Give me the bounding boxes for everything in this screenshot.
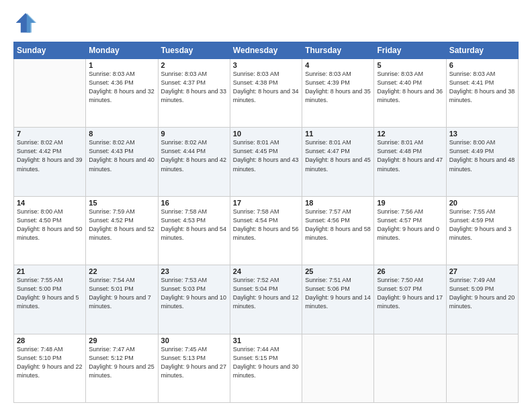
day-info: Sunrise: 7:47 AM Sunset: 5:12 PM Dayligh…	[89, 345, 154, 380]
day-info: Sunrise: 7:44 AM Sunset: 5:15 PM Dayligh…	[233, 345, 299, 380]
day-number: 18	[305, 199, 371, 207]
day-number: 19	[377, 199, 443, 207]
day-info: Sunrise: 7:59 AM Sunset: 4:52 PM Dayligh…	[89, 208, 154, 242]
day-cell: 23Sunrise: 7:53 AM Sunset: 5:03 PM Dayli…	[158, 265, 230, 334]
logo	[13, 11, 40, 35]
day-cell: 19Sunrise: 7:56 AM Sunset: 4:57 PM Dayli…	[374, 196, 446, 265]
day-info: Sunrise: 8:03 AM Sunset: 4:36 PM Dayligh…	[89, 70, 154, 105]
day-number: 15	[89, 199, 154, 207]
header	[13, 11, 519, 35]
day-number: 23	[161, 267, 227, 275]
weekday-header-sunday: Sunday	[14, 42, 86, 59]
day-info: Sunrise: 7:57 AM Sunset: 4:56 PM Dayligh…	[305, 208, 371, 242]
day-number: 17	[233, 199, 299, 207]
day-cell: 7Sunrise: 8:02 AM Sunset: 4:42 PM Daylig…	[14, 128, 86, 196]
day-info: Sunrise: 8:02 AM Sunset: 4:44 PM Dayligh…	[161, 138, 227, 173]
day-cell: 12Sunrise: 8:01 AM Sunset: 4:48 PM Dayli…	[374, 128, 446, 196]
day-cell: 5Sunrise: 8:03 AM Sunset: 4:40 PM Daylig…	[374, 59, 446, 128]
day-number: 24	[233, 267, 299, 275]
day-info: Sunrise: 8:01 AM Sunset: 4:47 PM Dayligh…	[305, 138, 371, 173]
day-info: Sunrise: 7:45 AM Sunset: 5:13 PM Dayligh…	[161, 345, 227, 380]
day-number: 12	[377, 130, 443, 138]
weekday-header-tuesday: Tuesday	[158, 42, 230, 59]
week-row-2: 14Sunrise: 8:00 AM Sunset: 4:50 PM Dayli…	[14, 196, 519, 265]
day-info: Sunrise: 8:03 AM Sunset: 4:38 PM Dayligh…	[233, 70, 299, 105]
day-cell: 30Sunrise: 7:45 AM Sunset: 5:13 PM Dayli…	[158, 334, 230, 402]
day-info: Sunrise: 7:58 AM Sunset: 4:53 PM Dayligh…	[161, 208, 227, 242]
day-info: Sunrise: 8:00 AM Sunset: 4:49 PM Dayligh…	[449, 138, 515, 173]
day-info: Sunrise: 7:58 AM Sunset: 4:54 PM Dayligh…	[233, 208, 299, 242]
day-cell	[446, 334, 518, 402]
day-number: 5	[377, 61, 443, 69]
day-number: 4	[305, 61, 371, 69]
day-number: 29	[89, 336, 154, 345]
day-number: 28	[17, 336, 83, 345]
day-cell: 25Sunrise: 7:51 AM Sunset: 5:06 PM Dayli…	[302, 265, 374, 334]
day-info: Sunrise: 7:56 AM Sunset: 4:57 PM Dayligh…	[377, 208, 443, 242]
day-number: 20	[449, 199, 515, 207]
day-info: Sunrise: 8:03 AM Sunset: 4:41 PM Dayligh…	[449, 70, 515, 105]
day-info: Sunrise: 8:02 AM Sunset: 4:42 PM Dayligh…	[17, 138, 83, 173]
svg-marker-1	[27, 13, 36, 33]
day-number: 1	[89, 61, 154, 69]
day-info: Sunrise: 8:03 AM Sunset: 4:39 PM Dayligh…	[305, 70, 371, 105]
day-cell: 31Sunrise: 7:44 AM Sunset: 5:15 PM Dayli…	[230, 334, 302, 402]
day-cell: 16Sunrise: 7:58 AM Sunset: 4:53 PM Dayli…	[158, 196, 230, 265]
day-cell: 21Sunrise: 7:55 AM Sunset: 5:00 PM Dayli…	[14, 265, 86, 334]
day-cell: 10Sunrise: 8:01 AM Sunset: 4:45 PM Dayli…	[230, 128, 302, 196]
weekday-header-monday: Monday	[86, 42, 158, 59]
weekday-header-saturday: Saturday	[446, 42, 518, 59]
day-number: 31	[233, 336, 299, 345]
day-info: Sunrise: 8:03 AM Sunset: 4:37 PM Dayligh…	[161, 70, 227, 105]
day-number: 14	[17, 199, 83, 207]
day-number: 7	[17, 130, 83, 138]
day-number: 21	[17, 267, 83, 275]
day-cell: 27Sunrise: 7:49 AM Sunset: 5:09 PM Dayli…	[446, 265, 518, 334]
day-cell: 4Sunrise: 8:03 AM Sunset: 4:39 PM Daylig…	[302, 59, 374, 128]
day-number: 13	[449, 130, 515, 138]
day-number: 22	[89, 267, 154, 275]
day-cell: 28Sunrise: 7:48 AM Sunset: 5:10 PM Dayli…	[14, 334, 86, 402]
weekday-header-wednesday: Wednesday	[230, 42, 302, 59]
day-cell: 18Sunrise: 7:57 AM Sunset: 4:56 PM Dayli…	[302, 196, 374, 265]
day-cell	[302, 334, 374, 402]
day-number: 25	[305, 267, 371, 275]
week-row-1: 7Sunrise: 8:02 AM Sunset: 4:42 PM Daylig…	[14, 128, 519, 196]
day-cell: 1Sunrise: 8:03 AM Sunset: 4:36 PM Daylig…	[86, 59, 158, 128]
day-cell: 6Sunrise: 8:03 AM Sunset: 4:41 PM Daylig…	[446, 59, 518, 128]
week-row-4: 28Sunrise: 7:48 AM Sunset: 5:10 PM Dayli…	[14, 334, 519, 402]
day-number: 16	[161, 199, 227, 207]
day-cell: 22Sunrise: 7:54 AM Sunset: 5:01 PM Dayli…	[86, 265, 158, 334]
day-info: Sunrise: 8:00 AM Sunset: 4:50 PM Dayligh…	[17, 208, 83, 242]
day-info: Sunrise: 7:54 AM Sunset: 5:01 PM Dayligh…	[89, 276, 154, 311]
day-number: 9	[161, 130, 227, 138]
day-number: 3	[233, 61, 299, 69]
day-cell	[14, 59, 86, 128]
day-cell: 14Sunrise: 8:00 AM Sunset: 4:50 PM Dayli…	[14, 196, 86, 265]
day-cell: 17Sunrise: 7:58 AM Sunset: 4:54 PM Dayli…	[230, 196, 302, 265]
day-cell	[374, 334, 446, 402]
day-cell: 24Sunrise: 7:52 AM Sunset: 5:04 PM Dayli…	[230, 265, 302, 334]
day-cell: 2Sunrise: 8:03 AM Sunset: 4:37 PM Daylig…	[158, 59, 230, 128]
day-cell: 11Sunrise: 8:01 AM Sunset: 4:47 PM Dayli…	[302, 128, 374, 196]
day-info: Sunrise: 8:01 AM Sunset: 4:48 PM Dayligh…	[377, 138, 443, 173]
day-cell: 15Sunrise: 7:59 AM Sunset: 4:52 PM Dayli…	[86, 196, 158, 265]
weekday-header-thursday: Thursday	[302, 42, 374, 59]
page: SundayMondayTuesdayWednesdayThursdayFrid…	[0, 0, 532, 411]
day-number: 11	[305, 130, 371, 138]
week-row-0: 1Sunrise: 8:03 AM Sunset: 4:36 PM Daylig…	[14, 59, 519, 128]
day-info: Sunrise: 7:51 AM Sunset: 5:06 PM Dayligh…	[305, 276, 371, 311]
day-info: Sunrise: 7:55 AM Sunset: 4:59 PM Dayligh…	[449, 208, 515, 242]
day-info: Sunrise: 7:52 AM Sunset: 5:04 PM Dayligh…	[233, 276, 299, 311]
weekday-header-friday: Friday	[374, 42, 446, 59]
day-info: Sunrise: 7:48 AM Sunset: 5:10 PM Dayligh…	[17, 345, 83, 380]
day-cell: 13Sunrise: 8:00 AM Sunset: 4:49 PM Dayli…	[446, 128, 518, 196]
day-info: Sunrise: 7:50 AM Sunset: 5:07 PM Dayligh…	[377, 276, 443, 311]
day-info: Sunrise: 7:53 AM Sunset: 5:03 PM Dayligh…	[161, 276, 227, 311]
week-row-3: 21Sunrise: 7:55 AM Sunset: 5:00 PM Dayli…	[14, 265, 519, 334]
day-cell: 26Sunrise: 7:50 AM Sunset: 5:07 PM Dayli…	[374, 265, 446, 334]
day-info: Sunrise: 8:03 AM Sunset: 4:40 PM Dayligh…	[377, 70, 443, 105]
day-cell: 3Sunrise: 8:03 AM Sunset: 4:38 PM Daylig…	[230, 59, 302, 128]
day-cell: 29Sunrise: 7:47 AM Sunset: 5:12 PM Dayli…	[86, 334, 158, 402]
day-cell: 20Sunrise: 7:55 AM Sunset: 4:59 PM Dayli…	[446, 196, 518, 265]
